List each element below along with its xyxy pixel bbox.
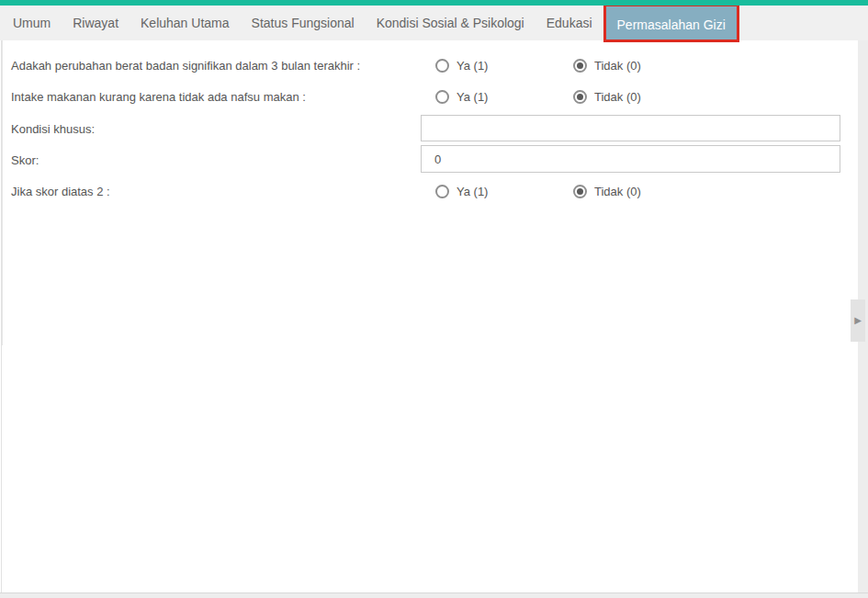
tab-keluhan-utama[interactable]: Keluhan Utama	[130, 6, 241, 40]
radio-option-ya[interactable]: Ya (1)	[435, 90, 573, 104]
radio-group-jika-skor-diatas-2: Ya (1) Tidak (0)	[421, 185, 641, 198]
radio-icon-ya[interactable]	[435, 90, 449, 104]
kondisi-khusus-input[interactable]	[421, 115, 840, 141]
chevron-right-icon: ▶	[854, 316, 862, 325]
form-row: Jika skor diatas 2 : Ya (1) Tidak (0)	[11, 181, 840, 201]
radio-icon-tidak[interactable]	[573, 59, 587, 73]
tab-umum[interactable]: Umum	[2, 6, 62, 40]
right-panel-strip: ▶	[858, 40, 868, 598]
radio-group-perubahan-berat-badan: Ya (1) Tidak (0)	[421, 59, 641, 73]
panel-left-border	[2, 40, 3, 345]
radio-icon-tidak[interactable]	[573, 90, 587, 104]
radio-label: Tidak (0)	[594, 59, 641, 73]
radio-label: Ya (1)	[457, 59, 488, 73]
bottom-scrollbar-track[interactable]	[0, 592, 868, 598]
form-row: Skor:	[11, 152, 421, 168]
radio-label: Ya (1)	[457, 185, 488, 198]
form-page: Umum Riwayat Keluhan Utama Status Fungsi…	[0, 0, 868, 598]
radio-icon-tidak[interactable]	[573, 185, 587, 198]
form-row: Adakah perubahan berat badan signifikan …	[11, 55, 840, 75]
field-label-perubahan-berat-badan: Adakah perubahan berat badan signifikan …	[11, 59, 421, 73]
tab-kondisi-sosial-psikologi[interactable]: Kondisi Sosial & Psikologi	[366, 6, 535, 40]
radio-option-tidak[interactable]: Tidak (0)	[573, 59, 641, 73]
tab-status-fungsional[interactable]: Status Fungsional	[241, 6, 366, 40]
field-label-jika-skor-diatas-2: Jika skor diatas 2 :	[11, 185, 421, 198]
radio-option-tidak[interactable]: Tidak (0)	[573, 90, 641, 104]
radio-group-intake-makanan: Ya (1) Tidak (0)	[421, 90, 641, 104]
skor-input[interactable]	[421, 145, 840, 173]
field-label-kondisi-khusus: Kondisi khusus:	[11, 122, 421, 136]
radio-icon-ya[interactable]	[435, 59, 449, 73]
radio-option-ya[interactable]: Ya (1)	[435, 59, 573, 73]
radio-option-tidak[interactable]: Tidak (0)	[573, 185, 641, 198]
form-row: Kondisi khusus:	[11, 120, 421, 137]
radio-option-ya[interactable]: Ya (1)	[435, 185, 573, 198]
top-accent-bar	[0, 0, 868, 6]
tab-edukasi[interactable]: Edukasi	[535, 6, 603, 40]
field-label-intake-makanan: Intake makanan kurang karena tidak ada n…	[11, 90, 421, 104]
radio-icon-ya[interactable]	[435, 185, 449, 198]
form-row: Intake makanan kurang karena tidak ada n…	[11, 86, 840, 107]
tab-riwayat[interactable]: Riwayat	[62, 6, 130, 40]
radio-label: Tidak (0)	[594, 90, 641, 104]
field-label-skor: Skor:	[11, 153, 421, 167]
radio-label: Tidak (0)	[594, 185, 641, 198]
right-panel-expand-handle[interactable]: ▶	[851, 299, 865, 342]
radio-label: Ya (1)	[457, 90, 488, 104]
tab-permasalahan-gizi[interactable]: Permasalahan Gizi	[603, 4, 739, 42]
tab-bar: Umum Riwayat Keluhan Utama Status Fungsi…	[0, 6, 868, 40]
